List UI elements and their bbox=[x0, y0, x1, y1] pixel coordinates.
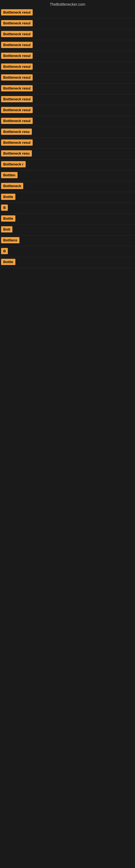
bottleneck-badge-7[interactable]: Bottleneck resul bbox=[1, 74, 33, 81]
bottleneck-badge-16[interactable]: Bottlen bbox=[1, 172, 17, 178]
bottleneck-badge-14[interactable]: Bottleneck resu bbox=[1, 150, 32, 156]
result-row-18: Bottle bbox=[0, 192, 135, 203]
result-row-3: Bottleneck resul bbox=[0, 29, 135, 40]
result-row-23: B bbox=[0, 246, 135, 257]
result-row-19: B bbox=[0, 203, 135, 214]
bottleneck-badge-22[interactable]: Bottlens bbox=[1, 237, 19, 243]
bottleneck-badge-11[interactable]: Bottleneck resul bbox=[1, 118, 33, 124]
result-row-5: Bottleneck resul bbox=[0, 51, 135, 62]
result-row-8: Bottleneck resul bbox=[0, 84, 135, 94]
bottleneck-badge-15[interactable]: Bottleneck r bbox=[1, 161, 26, 167]
result-row-11: Bottleneck resul bbox=[0, 116, 135, 127]
bottleneck-badge-9[interactable]: Bottleneck resul bbox=[1, 96, 33, 102]
site-title: TheBottlenecker.com bbox=[0, 0, 135, 8]
result-row-1: Bottleneck resul bbox=[0, 8, 135, 19]
bottleneck-badge-10[interactable]: Bottleneck resul bbox=[1, 107, 33, 113]
result-row-4: Bottleneck resul bbox=[0, 40, 135, 51]
results-container: Bottleneck resulBottleneck resulBottlene… bbox=[0, 8, 135, 268]
result-row-17: Bottleneck bbox=[0, 181, 135, 192]
result-row-15: Bottleneck r bbox=[0, 159, 135, 170]
result-row-24: Bottle bbox=[0, 257, 135, 268]
bottleneck-badge-6[interactable]: Bottleneck resul bbox=[1, 63, 33, 70]
bottleneck-badge-19[interactable]: B bbox=[1, 205, 8, 211]
bottleneck-badge-23[interactable]: B bbox=[1, 248, 8, 254]
bottleneck-badge-2[interactable]: Bottleneck resul bbox=[1, 20, 33, 26]
bottleneck-badge-1[interactable]: Bottleneck resul bbox=[1, 9, 33, 16]
bottleneck-badge-8[interactable]: Bottleneck resul bbox=[1, 85, 33, 91]
result-row-13: Bottleneck resul bbox=[0, 138, 135, 149]
result-row-16: Bottlen bbox=[0, 170, 135, 181]
result-row-10: Bottleneck resul bbox=[0, 105, 135, 116]
bottleneck-badge-20[interactable]: Bottle bbox=[1, 215, 15, 222]
bottleneck-badge-21[interactable]: Bott bbox=[1, 226, 12, 232]
bottleneck-badge-5[interactable]: Bottleneck resul bbox=[1, 53, 33, 59]
bottleneck-badge-3[interactable]: Bottleneck resul bbox=[1, 31, 33, 37]
result-row-9: Bottleneck resul bbox=[0, 94, 135, 105]
bottleneck-badge-4[interactable]: Bottleneck resul bbox=[1, 42, 33, 48]
result-row-12: Bottleneck resu bbox=[0, 127, 135, 138]
result-row-7: Bottleneck resul bbox=[0, 73, 135, 84]
bottleneck-badge-13[interactable]: Bottleneck resul bbox=[1, 140, 33, 146]
result-row-21: Bott bbox=[0, 225, 135, 236]
bottleneck-badge-18[interactable]: Bottle bbox=[1, 194, 15, 200]
result-row-6: Bottleneck resul bbox=[0, 62, 135, 73]
result-row-2: Bottleneck resul bbox=[0, 19, 135, 29]
result-row-20: Bottle bbox=[0, 214, 135, 225]
bottleneck-badge-17[interactable]: Bottleneck bbox=[1, 183, 23, 189]
result-row-14: Bottleneck resu bbox=[0, 149, 135, 159]
bottleneck-badge-24[interactable]: Bottle bbox=[1, 259, 15, 265]
bottleneck-badge-12[interactable]: Bottleneck resu bbox=[1, 129, 32, 135]
site-header: TheBottlenecker.com bbox=[0, 0, 135, 8]
result-row-22: Bottlens bbox=[0, 236, 135, 246]
